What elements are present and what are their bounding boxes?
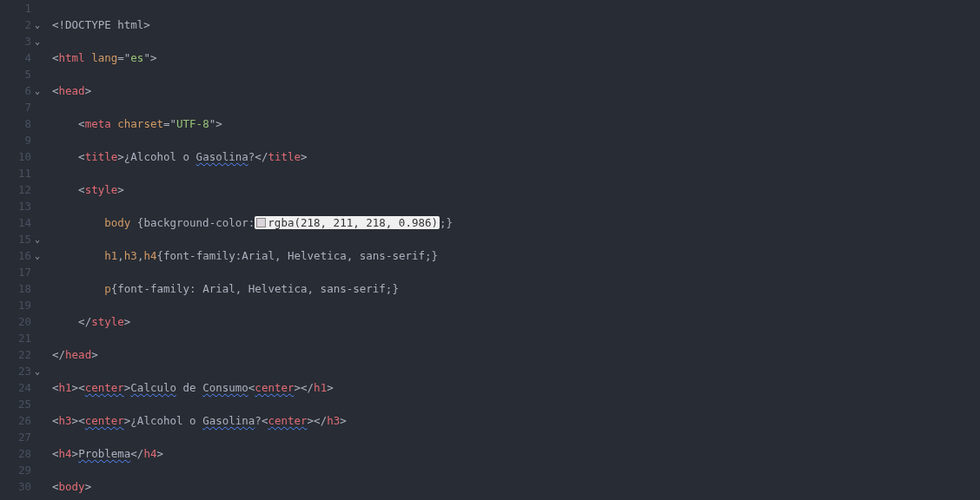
line-number: 3⌄ — [0, 33, 31, 49]
line-number: 23⌄ — [0, 363, 31, 379]
line-number: 21 — [0, 330, 31, 346]
line-number: 13 — [0, 198, 31, 214]
line-number: 10 — [0, 148, 31, 165]
code-line[interactable]: <h4>Problema</h4> — [52, 445, 980, 462]
line-number: 30 — [0, 478, 31, 495]
line-number: 12 — [0, 181, 31, 198]
line-number: 15⌄ — [0, 231, 31, 247]
line-number: 24 — [0, 379, 31, 396]
code-line[interactable]: <h3><center>¿Alcohol o Gasolina?<center>… — [52, 412, 980, 429]
line-number: 1 — [0, 0, 31, 16]
line-number: 26 — [0, 412, 31, 429]
chevron-down-icon[interactable]: ⌄ — [33, 33, 42, 49]
chevron-down-icon[interactable]: ⌄ — [33, 16, 42, 33]
code-line[interactable]: <head> — [52, 82, 980, 99]
color-swatch[interactable]: rgba(218, 211, 218, 0.986) — [255, 216, 440, 229]
code-editor[interactable]: 1 2⌄ 3⌄ 4 5 6⌄ 7 8 9 10 11 12 13 14 15⌄ … — [0, 0, 980, 500]
line-number: 4 — [0, 49, 31, 66]
code-line[interactable]: <html lang="es"> — [52, 49, 980, 66]
chevron-down-icon[interactable]: ⌄ — [33, 231, 42, 247]
line-number: 22 — [0, 346, 31, 363]
line-number-gutter: 1 2⌄ 3⌄ 4 5 6⌄ 7 8 9 10 11 12 13 14 15⌄ … — [0, 0, 36, 500]
line-number: 14 — [0, 214, 31, 231]
code-line[interactable]: <style> — [52, 181, 980, 198]
color-swatch-icon — [256, 218, 266, 227]
line-number: 19 — [0, 297, 31, 313]
line-number: 17 — [0, 264, 31, 280]
code-line[interactable]: </head> — [52, 346, 980, 363]
code-line[interactable]: <!DOCTYPE html> — [52, 16, 980, 33]
line-number: 2⌄ — [0, 16, 31, 33]
line-number: 16⌄ — [0, 247, 31, 264]
code-line[interactable]: <title>¿Alcohol o Gasolina?</title> — [52, 148, 980, 165]
line-number: 27 — [0, 429, 31, 445]
line-number: 6⌄ — [0, 82, 31, 99]
line-number: 5 — [0, 66, 31, 82]
code-line[interactable]: <h1><center>Calculo de Consumo<center></… — [52, 379, 980, 396]
line-number: 20 — [0, 313, 31, 330]
line-number: 9 — [0, 132, 31, 148]
line-number: 29 — [0, 462, 31, 478]
code-line[interactable]: <body> — [52, 478, 980, 495]
code-area[interactable]: <!DOCTYPE html> <html lang="es"> <head> … — [36, 0, 980, 500]
chevron-down-icon[interactable]: ⌄ — [33, 363, 42, 379]
code-line[interactable]: body {background-color:rgba(218, 211, 21… — [52, 214, 980, 231]
code-line[interactable]: <meta charset="UTF-8"> — [52, 115, 980, 132]
line-number: 28 — [0, 445, 31, 462]
chevron-down-icon[interactable]: ⌄ — [33, 247, 42, 264]
code-line[interactable]: h1,h3,h4{font-family:Arial, Helvetica, s… — [52, 247, 980, 264]
code-line[interactable]: </style> — [52, 313, 980, 330]
line-number: 25 — [0, 396, 31, 412]
line-number: 8 — [0, 115, 31, 132]
line-number: 11 — [0, 165, 31, 181]
chevron-down-icon[interactable]: ⌄ — [33, 82, 42, 99]
line-number: 7 — [0, 99, 31, 115]
line-number: 18 — [0, 280, 31, 297]
code-line[interactable]: p{font-family: Arial, Helvetica, sans-se… — [52, 280, 980, 297]
